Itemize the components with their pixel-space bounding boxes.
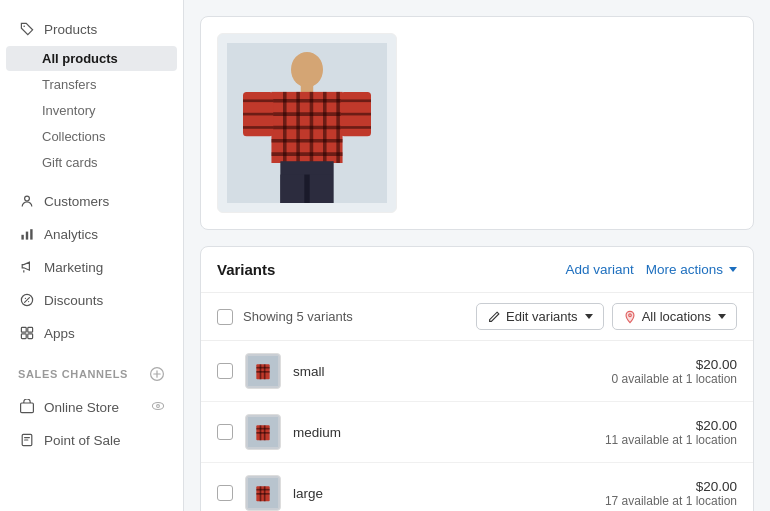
sidebar-sub-transfers-label: Transfers — [42, 77, 96, 92]
svg-point-0 — [23, 25, 25, 27]
sidebar-item-customers[interactable]: Customers — [6, 185, 177, 217]
all-locations-chevron-icon — [718, 314, 726, 319]
add-sales-channel-icon[interactable] — [149, 366, 165, 382]
sidebar-item-online-store[interactable]: Online Store — [6, 391, 177, 423]
sidebar-item-discounts-label: Discounts — [44, 293, 103, 308]
variants-title: Variants — [217, 261, 275, 278]
variants-actions: Add variant More actions — [565, 262, 737, 277]
sidebar-item-apps[interactable]: Apps — [6, 317, 177, 349]
svg-rect-40 — [304, 175, 309, 203]
online-store-icon — [18, 398, 36, 416]
main-product-image[interactable] — [217, 33, 397, 213]
svg-rect-6 — [21, 327, 26, 332]
variant-small-price-info: $20.00 0 available at 1 location — [612, 357, 737, 386]
variants-header: Variants Add variant More actions — [201, 247, 753, 293]
product-image-card — [200, 16, 754, 230]
variant-small-price: $20.00 — [612, 357, 737, 372]
megaphone-icon — [18, 258, 36, 276]
sidebar-item-pos-label: Point of Sale — [44, 433, 121, 448]
chart-icon — [18, 225, 36, 243]
svg-rect-38 — [280, 175, 304, 203]
svg-rect-9 — [28, 334, 33, 339]
add-variant-link[interactable]: Add variant — [565, 262, 633, 277]
select-all-checkbox[interactable] — [217, 309, 233, 325]
variant-large-name: large — [293, 486, 593, 501]
sidebar-item-point-of-sale[interactable]: Point of Sale — [6, 424, 177, 456]
edit-variants-chevron-icon — [585, 314, 593, 319]
svg-rect-11 — [21, 403, 34, 413]
sidebar-sub-inventory-label: Inventory — [42, 103, 95, 118]
toolbar-buttons: Edit variants All locations — [476, 303, 737, 330]
svg-rect-7 — [28, 327, 33, 332]
sidebar-item-gift-cards[interactable]: Gift cards — [6, 150, 177, 175]
variant-medium-thumbnail — [245, 414, 281, 450]
variants-card: Variants Add variant More actions Showin… — [200, 246, 754, 511]
more-actions-button[interactable]: More actions — [646, 262, 737, 277]
all-locations-button[interactable]: All locations — [612, 303, 737, 330]
sidebar-item-customers-label: Customers — [44, 194, 109, 209]
sidebar-item-discounts[interactable]: Discounts — [6, 284, 177, 316]
sidebar-sub-all-products-label: All products — [42, 51, 118, 66]
variant-large-stock: 17 available at 1 location — [605, 494, 737, 508]
variant-small-stock: 0 available at 1 location — [612, 372, 737, 386]
chevron-down-icon — [729, 267, 737, 272]
svg-point-12 — [152, 402, 163, 409]
svg-point-1 — [25, 196, 30, 201]
variant-row-large: large $20.00 17 available at 1 location — [201, 463, 753, 511]
person-icon — [18, 192, 36, 210]
variant-small-checkbox[interactable] — [217, 363, 233, 379]
svg-rect-4 — [30, 229, 32, 239]
sidebar-item-marketing[interactable]: Marketing — [6, 251, 177, 283]
svg-point-13 — [157, 404, 160, 407]
variants-toolbar: Showing 5 variants Edit variants All loc… — [201, 293, 753, 341]
variant-medium-price: $20.00 — [605, 418, 737, 433]
variant-large-checkbox[interactable] — [217, 485, 233, 501]
sidebar-item-all-products[interactable]: All products — [6, 46, 177, 71]
edit-variants-button[interactable]: Edit variants — [476, 303, 604, 330]
eye-icon[interactable] — [151, 399, 165, 416]
sidebar-item-products-label: Products — [44, 22, 97, 37]
variant-row-medium: medium $20.00 11 available at 1 location — [201, 402, 753, 463]
variant-medium-stock: 11 available at 1 location — [605, 433, 737, 447]
variant-row-small: small $20.00 0 available at 1 location — [201, 341, 753, 402]
sidebar-item-products[interactable]: Products — [6, 13, 177, 45]
variant-large-thumbnail — [245, 475, 281, 511]
sidebar-sub-collections-label: Collections — [42, 129, 106, 144]
variant-small-name: small — [293, 364, 600, 379]
variant-medium-checkbox[interactable] — [217, 424, 233, 440]
svg-rect-8 — [21, 334, 26, 339]
sidebar-item-inventory[interactable]: Inventory — [6, 98, 177, 123]
variants-count: Showing 5 variants — [243, 309, 353, 324]
location-icon — [623, 310, 637, 324]
sales-channels-header: SALES CHANNELS — [0, 354, 183, 386]
sidebar: Products All products Transfers Inventor… — [0, 0, 184, 511]
variant-large-price: $20.00 — [605, 479, 737, 494]
sidebar-item-transfers[interactable]: Transfers — [6, 72, 177, 97]
main-content: Variants Add variant More actions Showin… — [184, 0, 770, 511]
sidebar-item-analytics[interactable]: Analytics — [6, 218, 177, 250]
tag-icon — [18, 20, 36, 38]
variant-small-thumbnail — [245, 353, 281, 389]
variant-large-price-info: $20.00 17 available at 1 location — [605, 479, 737, 508]
svg-rect-3 — [26, 232, 28, 240]
sidebar-item-apps-label: Apps — [44, 326, 75, 341]
sidebar-item-online-store-label: Online Store — [44, 400, 119, 415]
variant-medium-price-info: $20.00 11 available at 1 location — [605, 418, 737, 447]
sidebar-item-marketing-label: Marketing — [44, 260, 103, 275]
apps-icon — [18, 324, 36, 342]
pencil-icon — [487, 310, 501, 324]
pos-icon — [18, 431, 36, 449]
svg-rect-39 — [309, 175, 333, 203]
svg-point-16 — [291, 52, 323, 88]
sidebar-item-analytics-label: Analytics — [44, 227, 98, 242]
sidebar-sub-gift-cards-label: Gift cards — [42, 155, 98, 170]
variant-medium-name: medium — [293, 425, 593, 440]
tag-discount-icon — [18, 291, 36, 309]
sidebar-item-collections[interactable]: Collections — [6, 124, 177, 149]
svg-rect-2 — [21, 235, 23, 240]
